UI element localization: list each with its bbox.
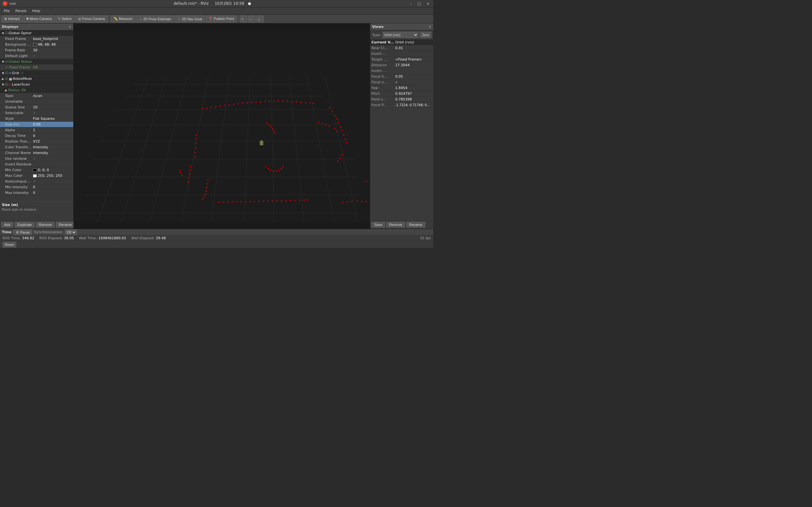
grid-checkbox[interactable]: ☑	[5, 71, 8, 75]
minimize-button[interactable]: –	[409, 2, 413, 6]
measure-button[interactable]: 📏 Measure	[111, 15, 136, 22]
laser-status-row[interactable]: ▶ Status: Ok	[0, 88, 73, 93]
reset-view-button[interactable]: ⌂	[256, 15, 264, 22]
focal-p-val[interactable]: -1.7224; 0.71748; 0...	[395, 103, 432, 107]
global-options-arrow[interactable]: ▼	[2, 32, 4, 35]
publish-point-button[interactable]: 📍 Publish Point	[206, 15, 237, 22]
grid-row[interactable]: ▼ ☑ ⊞ Grid ✓	[0, 70, 73, 76]
nav-goal-button[interactable]: → 2D Nav Goal	[175, 15, 205, 22]
views-buttons[interactable]: Save Remove Rename	[370, 220, 433, 229]
focal-o-val[interactable]: ✓	[395, 80, 432, 84]
channel-name-value[interactable]: intensity	[32, 151, 73, 155]
selectable-value[interactable]: ✓	[32, 111, 73, 115]
laser-scan-row[interactable]: ▼ ☑ ◎ LaserScan ✓	[0, 82, 73, 88]
close-button[interactable]: ×	[425, 2, 431, 6]
pitch-val[interactable]: 0.924797	[395, 92, 432, 96]
select-button[interactable]: ↖ Select	[55, 15, 74, 22]
distance-val[interactable]: 17.3044	[395, 63, 432, 67]
global-status-checkbox[interactable]: ☑	[5, 60, 8, 64]
views-type-row[interactable]: Type: Orbit (rviz) Zero	[370, 31, 433, 40]
bg-color-value[interactable]: 48; 48; 48	[32, 43, 73, 47]
color-transf-value[interactable]: Intensity	[32, 145, 73, 149]
interact-button[interactable]: ⊕ Interact	[1, 15, 22, 22]
robot-model-checkbox[interactable]: ☑	[5, 77, 8, 81]
max-color-row: Max Color 255; 255; 255	[0, 173, 73, 179]
svg-point-49	[336, 118, 338, 120]
displays-content[interactable]: ▼ ☑ Global Options Fixed Frame base_foot…	[0, 31, 73, 201]
duplicate-display-button[interactable]: Duplicate	[14, 222, 35, 228]
rename-display-button[interactable]: Rename	[56, 222, 75, 228]
ros-elapsed-item: ROS Elapsed: 38.05	[39, 236, 74, 240]
yaw-val[interactable]: 1.8454	[395, 86, 432, 90]
time-header[interactable]: Time ⏸ Pause Synchronization: Off	[0, 229, 433, 235]
displays-buttons[interactable]: Add Duplicate Remove Rename	[0, 220, 73, 229]
pause-button[interactable]: ⏸ Pause	[13, 229, 32, 235]
style-value[interactable]: Flat Squares	[32, 117, 73, 121]
size-m-row[interactable]: Size (m) 0.05	[0, 122, 73, 127]
frame-rate-value[interactable]: 30	[32, 48, 73, 52]
svg-point-121	[270, 169, 271, 171]
remove-display-button[interactable]: Remove	[36, 222, 55, 228]
decay-time-value[interactable]: 0	[32, 134, 73, 138]
maximize-button[interactable]: □	[416, 2, 422, 6]
toolbar[interactable]: ⊕ Interact ✥ Move Camera ↖ Select ◎ Focu…	[0, 14, 433, 23]
laser-scan-arrow[interactable]: ▼	[2, 83, 4, 86]
sync-select[interactable]: Off	[65, 229, 77, 235]
views-close-icon[interactable]: ×	[428, 25, 432, 29]
titlebar-right[interactable]: – □ ×	[409, 2, 431, 6]
reset-container[interactable]: Reset	[0, 241, 433, 248]
field-o-val[interactable]: 0.785398	[395, 97, 432, 101]
queue-size-value[interactable]: 10	[32, 105, 73, 109]
svg-point-129	[325, 124, 327, 126]
pose-estimate-button[interactable]: → 2D Pose Estimate	[136, 15, 174, 22]
svg-point-117	[273, 130, 275, 132]
viewport-panel[interactable]	[73, 23, 370, 229]
target-val[interactable]: <Fixed Frame>	[395, 57, 432, 61]
use-rainbow-value[interactable]: ✓	[32, 157, 73, 160]
max-intensity-value[interactable]: 0	[32, 191, 73, 195]
focus-camera-button[interactable]: ◎ Focus Camera	[75, 15, 108, 22]
rename-view-button[interactable]: Rename	[406, 222, 425, 228]
menubar[interactable]: File Panels Help	[0, 8, 433, 14]
views-zero-button[interactable]: Zero	[420, 32, 432, 38]
displays-close-icon[interactable]: ×	[68, 25, 71, 29]
pos-transf-value[interactable]: XYZ	[32, 139, 73, 144]
remove-view-button[interactable]: Remove	[386, 222, 405, 228]
reset-button[interactable]: Reset	[3, 242, 16, 247]
save-view-button[interactable]: Save	[371, 222, 385, 228]
views-type-select[interactable]: Orbit (rviz)	[383, 32, 418, 38]
global-status-row[interactable]: ▼ ☑ Global Status: Ok	[0, 59, 73, 65]
3d-viewport[interactable]	[73, 23, 370, 229]
robot-model-arrow[interactable]: ▶	[2, 77, 4, 80]
titlebar-left: 🔴 rviz	[3, 1, 16, 6]
menu-help[interactable]: Help	[30, 8, 43, 14]
global-options-checkbox[interactable]: ☑	[5, 31, 8, 35]
menu-panels[interactable]: Panels	[13, 8, 29, 14]
min-color-value[interactable]: 0; 0; 0	[32, 168, 73, 172]
menu-file[interactable]: File	[1, 8, 12, 14]
svg-point-25	[224, 105, 225, 107]
laser-scan-checkbox[interactable]: ☑	[5, 82, 8, 87]
ros-time-value: 348.82	[22, 236, 34, 240]
topic-value[interactable]: /scan	[32, 94, 73, 98]
global-options-row[interactable]: ▼ ☑ Global Options	[0, 31, 73, 36]
default-light-value[interactable]: ✓	[32, 54, 73, 58]
focal-s-val[interactable]: 0.05	[395, 74, 432, 78]
near-clip-val[interactable]: 0.01	[395, 46, 432, 50]
svg-point-52	[341, 130, 343, 131]
min-intensity-value[interactable]: 0	[32, 185, 73, 189]
grid-arrow[interactable]: ▼	[2, 72, 4, 75]
max-color-value[interactable]: 255; 255; 255	[32, 174, 73, 178]
alpha-value[interactable]: 1	[32, 128, 73, 132]
fixed-frame-value[interactable]: base_footprint	[32, 37, 73, 41]
autocompute-value[interactable]: ✓	[32, 180, 73, 183]
global-status-arrow[interactable]: ▼	[2, 60, 4, 63]
zoom-out-button[interactable]: –	[248, 15, 256, 22]
zoom-in-button[interactable]: +	[240, 15, 247, 22]
size-m-value[interactable]: 0.05	[32, 122, 73, 126]
move-camera-button[interactable]: ✥ Move Camera	[23, 15, 55, 22]
robot-model-row[interactable]: ▶ ☑ 🤖 RobotModel ✓	[0, 76, 73, 82]
laser-status-arrow[interactable]: ▶	[5, 89, 7, 92]
add-display-button[interactable]: Add	[1, 222, 13, 228]
displays-panel: Displays × ▼ ☑ Global Options Fixed Fram…	[0, 23, 73, 229]
